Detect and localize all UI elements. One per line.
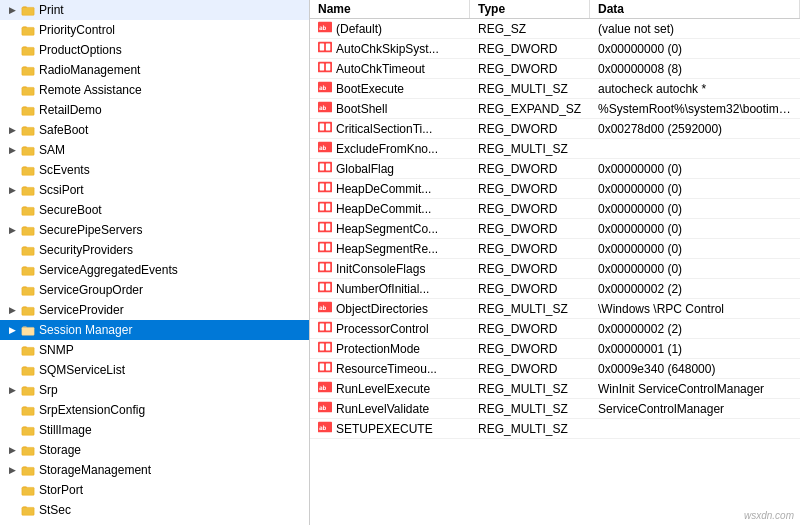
cell-type: REG_DWORD xyxy=(470,41,590,57)
header-type[interactable]: Type xyxy=(470,0,590,18)
table-row[interactable]: ab (Default)REG_SZ(value not set) xyxy=(310,19,800,39)
cell-type: REG_DWORD xyxy=(470,161,590,177)
table-row[interactable]: ProcessorControlREG_DWORD0x00000002 (2) xyxy=(310,319,800,339)
header-name[interactable]: Name xyxy=(310,0,470,18)
tree-item-srp[interactable]: ▶ Srp xyxy=(0,380,309,400)
tree-item-serviceprovider[interactable]: ▶ ServiceProvider xyxy=(0,300,309,320)
table-row[interactable]: ab RunLevelValidateREG_MULTI_SZServiceCo… xyxy=(310,399,800,419)
chevron-icon: ▶ xyxy=(4,222,20,238)
tree-item-storport[interactable]: StorPort xyxy=(0,480,309,500)
table-row[interactable]: GlobalFlagREG_DWORD0x00000000 (0) xyxy=(310,159,800,179)
folder-icon xyxy=(20,122,36,138)
cell-data: 0x0009e340 (648000) xyxy=(590,361,800,377)
tree-item-label: SecureBoot xyxy=(39,203,102,217)
table-row[interactable]: ab ExcludeFromKno...REG_MULTI_SZ xyxy=(310,139,800,159)
tree-item-label: ScEvents xyxy=(39,163,90,177)
tree-item-srpextensionconfig[interactable]: SrpExtensionConfig xyxy=(0,400,309,420)
table-row[interactable]: AutoChkTimeoutREG_DWORD0x00000008 (8) xyxy=(310,59,800,79)
tree-item-radiomanagement[interactable]: RadioManagement xyxy=(0,60,309,80)
tree-item-scsiport[interactable]: ▶ ScsiPort xyxy=(0,180,309,200)
reg-dword-icon xyxy=(318,240,332,257)
tree-item-storage[interactable]: ▶ Storage xyxy=(0,440,309,460)
table-row[interactable]: InitConsoleFlagsREG_DWORD0x00000000 (0) xyxy=(310,259,800,279)
tree-item-label: Print xyxy=(39,3,64,17)
folder-icon xyxy=(20,262,36,278)
tree-item-storagemanagement[interactable]: ▶ StorageManagement xyxy=(0,460,309,480)
folder-icon xyxy=(20,482,36,498)
table-row[interactable]: HeapDeCommit...REG_DWORD0x00000000 (0) xyxy=(310,179,800,199)
table-row[interactable]: HeapDeCommit...REG_DWORD0x00000000 (0) xyxy=(310,199,800,219)
tree-item-scevents[interactable]: ScEvents xyxy=(0,160,309,180)
table-row[interactable]: ab ObjectDirectoriesREG_MULTI_SZ\Windows… xyxy=(310,299,800,319)
folder-icon xyxy=(20,282,36,298)
cell-name: NumberOfInitial... xyxy=(310,279,470,298)
folder-icon xyxy=(20,402,36,418)
tree-item-snmp[interactable]: SNMP xyxy=(0,340,309,360)
registry-table[interactable]: Name Type Data ab (Default)REG_SZ(value … xyxy=(310,0,800,525)
registry-name: HeapDeCommit... xyxy=(336,202,431,216)
svg-text:ab: ab xyxy=(319,24,327,31)
table-row[interactable]: ab BootExecuteREG_MULTI_SZautocheck auto… xyxy=(310,79,800,99)
cell-data: 0x00000001 (1) xyxy=(590,341,800,357)
cell-name: ab RunLevelExecute xyxy=(310,379,470,398)
cell-name: InitConsoleFlags xyxy=(310,259,470,278)
tree-item-systeminformation[interactable]: ▶ SystemInformation xyxy=(0,520,309,525)
tree-item-securepipeservers[interactable]: ▶ SecurePipeServers xyxy=(0,220,309,240)
registry-name: HeapSegmentCo... xyxy=(336,222,438,236)
tree-item-serviceaggregatedevents[interactable]: ServiceAggregatedEvents xyxy=(0,260,309,280)
table-row[interactable]: ResourceTimeou...REG_DWORD0x0009e340 (64… xyxy=(310,359,800,379)
tree-item-servicegrouporder[interactable]: ServiceGroupOrder xyxy=(0,280,309,300)
folder-icon xyxy=(20,2,36,18)
tree-item-label: SecurePipeServers xyxy=(39,223,142,237)
tree-item-securityproviders[interactable]: SecurityProviders xyxy=(0,240,309,260)
table-row[interactable]: ab RunLevelExecuteREG_MULTI_SZWinInit Se… xyxy=(310,379,800,399)
tree-item-sessionmanager[interactable]: ▶ Session Manager xyxy=(0,320,309,340)
table-row[interactable]: HeapSegmentRe...REG_DWORD0x00000000 (0) xyxy=(310,239,800,259)
tree-item-productoptions[interactable]: ProductOptions xyxy=(0,40,309,60)
tree-item-sqmservicelist[interactable]: SQMServiceList xyxy=(0,360,309,380)
cell-type: REG_DWORD xyxy=(470,241,590,257)
svg-rect-70 xyxy=(326,324,330,331)
tree-item-stillimage[interactable]: StillImage xyxy=(0,420,309,440)
tree-container[interactable]: ▶ Print PriorityControl ProductOptions R… xyxy=(0,0,309,525)
reg-string-icon: ab xyxy=(318,20,332,37)
header-data[interactable]: Data xyxy=(590,0,800,18)
tree-item-label: PriorityControl xyxy=(39,23,115,37)
svg-rect-10 xyxy=(22,207,34,215)
chevron-icon xyxy=(4,402,20,418)
reg-dword-icon xyxy=(318,260,332,277)
tree-item-label: ProductOptions xyxy=(39,43,122,57)
table-row[interactable]: NumberOfInitial...REG_DWORD0x00000002 (2… xyxy=(310,279,800,299)
svg-rect-53 xyxy=(326,204,330,211)
chevron-icon: ▶ xyxy=(4,2,20,18)
cell-type: REG_DWORD xyxy=(470,61,590,77)
table-row[interactable]: ProtectionModeREG_DWORD0x00000001 (1) xyxy=(310,339,800,359)
svg-text:ab: ab xyxy=(319,304,327,311)
tree-item-label: ServiceProvider xyxy=(39,303,124,317)
cell-type: REG_EXPAND_SZ xyxy=(470,101,590,117)
cell-data: \Windows \RPC Control xyxy=(590,301,800,317)
registry-name: RunLevelExecute xyxy=(336,382,430,396)
registry-name: RunLevelValidate xyxy=(336,402,429,416)
cell-data: WinInit ServiceControlManager xyxy=(590,381,800,397)
table-row[interactable]: AutoChkSkipSyst...REG_DWORD0x00000000 (0… xyxy=(310,39,800,59)
table-row[interactable]: HeapSegmentCo...REG_DWORD0x00000000 (0) xyxy=(310,219,800,239)
table-row[interactable]: ab SETUPEXECUTEREG_MULTI_SZ xyxy=(310,419,800,439)
tree-item-safeboot[interactable]: ▶ SafeBoot xyxy=(0,120,309,140)
table-row[interactable]: CriticalSectionTi...REG_DWORD0x00278d00 … xyxy=(310,119,800,139)
tree-item-stsec[interactable]: StSec xyxy=(0,500,309,520)
svg-rect-6 xyxy=(22,127,34,135)
table-row[interactable]: ab BootShellREG_EXPAND_SZ%SystemRoot%\sy… xyxy=(310,99,800,119)
cell-name: ab RunLevelValidate xyxy=(310,399,470,418)
reg-dword-icon xyxy=(318,40,332,57)
tree-item-retaildemo[interactable]: RetailDemo xyxy=(0,100,309,120)
tree-item-secureboot[interactable]: SecureBoot xyxy=(0,200,309,220)
tree-item-print[interactable]: ▶ Print xyxy=(0,0,309,20)
tree-item-sam[interactable]: ▶ SAM xyxy=(0,140,309,160)
chevron-icon xyxy=(4,162,20,178)
tree-item-remoteassistance[interactable]: Remote Assistance xyxy=(0,80,309,100)
chevron-icon: ▶ xyxy=(4,142,20,158)
tree-item-prioritycontrol[interactable]: PriorityControl xyxy=(0,20,309,40)
svg-rect-55 xyxy=(320,224,324,231)
cell-type: REG_MULTI_SZ xyxy=(470,301,590,317)
